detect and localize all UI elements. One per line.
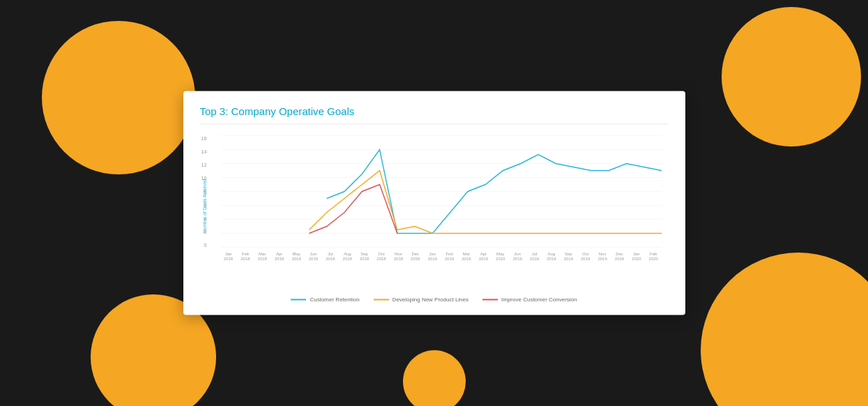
x-label-oct2019: Oct2019	[578, 251, 593, 261]
legend-item-retention: Customer Retention	[291, 296, 359, 303]
chart-legend: Customer Retention Developing New Produc…	[200, 296, 669, 303]
x-label-aug2018: Aug2018	[340, 251, 355, 261]
x-label-jan2019: Jan2019	[425, 251, 440, 261]
legend-label-products: Developing New Product Lines	[393, 296, 469, 303]
legend-line-conversion	[482, 299, 498, 300]
legend-line-products	[374, 299, 389, 300]
y-labels: 16 14 12 10 8 6 4 2 0	[201, 136, 207, 248]
x-label-nov2018: Nov2018	[390, 251, 406, 261]
y-label-8: 8	[201, 189, 207, 194]
line-new-products	[309, 171, 662, 234]
x-label-nov2019: Nov2019	[595, 251, 610, 261]
legend-label-retention: Customer Retention	[310, 296, 359, 303]
x-label-mar2019: Mar2019	[459, 251, 474, 261]
bg-circle-top-right	[722, 7, 861, 146]
x-label-feb2020: Feb2020	[646, 251, 661, 261]
x-label-jul2019: Jul2019	[527, 251, 542, 261]
x-label-feb2019: Feb2019	[442, 251, 457, 261]
x-label-feb2018: Feb2018	[238, 251, 253, 261]
x-label-apr2019: Apr2019	[475, 251, 491, 261]
x-label-jun2019: Jun2019	[510, 251, 525, 261]
line-chart-svg	[221, 136, 662, 248]
x-label-sep2019: Sep2019	[561, 251, 576, 261]
x-label-oct2018: Oct2018	[374, 251, 389, 261]
legend-line-retention	[291, 299, 306, 300]
bg-circle-bottom-center	[403, 350, 466, 406]
y-label-12: 12	[201, 163, 207, 167]
x-label-apr2018: Apr2018	[272, 251, 287, 261]
chart-inner: 16 14 12 10 8 6 4 2 0	[221, 136, 662, 262]
bg-circle-bottom-right	[701, 253, 868, 406]
y-label-16: 16	[201, 136, 207, 141]
legend-item-products: Developing New Product Lines	[374, 296, 469, 303]
bg-circle-left	[42, 21, 195, 174]
chart-card: Top 3: Company Operative Goals Number of…	[183, 91, 685, 315]
x-label-jan2018: Jan2018	[221, 251, 236, 261]
chart-title: Top 3: Company Operative Goals	[200, 105, 669, 125]
x-label-jul2018: Jul2018	[323, 251, 338, 261]
y-label-0: 0	[201, 243, 207, 248]
legend-item-conversion: Improve Customer Conversion	[482, 296, 577, 303]
y-label-2: 2	[201, 229, 207, 234]
y-label-10: 10	[201, 176, 207, 181]
x-label-mar2018: Mar2018	[254, 251, 270, 261]
y-label-14: 14	[201, 149, 207, 154]
x-label-may2018: May2018	[289, 251, 304, 261]
y-label-4: 4	[201, 216, 207, 220]
y-label-6: 6	[201, 202, 207, 207]
x-label-dec2018: Dec2018	[408, 251, 423, 261]
chart-area: Number of Goals Achieved 16 14 12 10 8 6…	[200, 136, 669, 290]
x-label-aug2019: Aug2019	[544, 251, 559, 261]
x-labels: Jan2018 Feb2018 Mar2018 Apr2018 May2018 …	[221, 251, 662, 261]
legend-label-conversion: Improve Customer Conversion	[501, 296, 577, 303]
x-label-sep2018: Sep2018	[357, 251, 372, 261]
x-label-dec2019: Dec2019	[611, 251, 627, 261]
x-label-jun2018: Jun2018	[305, 251, 321, 261]
x-label-may2019: May2019	[493, 251, 508, 261]
x-label-jan2020: Jan2020	[629, 251, 644, 261]
